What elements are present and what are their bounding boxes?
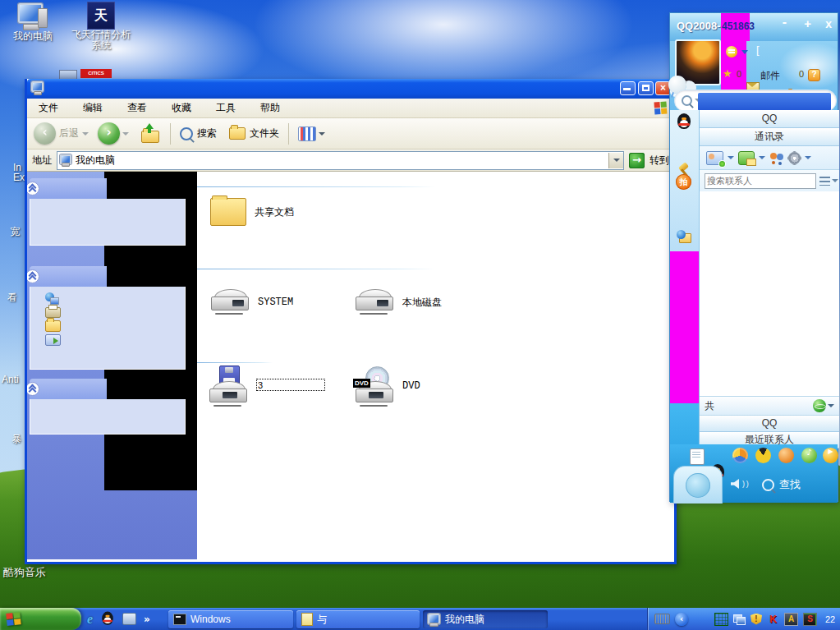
- chevron-down-icon[interactable]: [728, 156, 734, 159]
- monitor-base: [34, 91, 42, 95]
- qq-face-tab[interactable]: [673, 466, 723, 504]
- qq-expand-button[interactable]: +: [804, 16, 811, 30]
- file-item-local-disk[interactable]: 本地磁盘: [355, 288, 442, 316]
- qq-penguin-tab-icon[interactable]: [677, 113, 691, 131]
- help-icon[interactable]: ?: [808, 69, 820, 81]
- address-dropdown-button[interactable]: [608, 153, 623, 168]
- qq-minimize-button[interactable]: -: [783, 15, 787, 30]
- file-item-shared-documents[interactable]: 共享文档: [210, 198, 294, 226]
- feitian-icon: 天: [87, 2, 115, 30]
- monitor-two: [737, 617, 746, 625]
- ie-quicklaunch-icon[interactable]: e: [87, 612, 93, 627]
- find-button[interactable]: 查找: [762, 477, 801, 492]
- pet-icon[interactable]: [778, 448, 794, 463]
- browser-icon[interactable]: [732, 448, 748, 463]
- network-status-button[interactable]: [813, 399, 834, 412]
- network-tray-icon[interactable]: [733, 614, 746, 625]
- printer-icon[interactable]: [45, 307, 61, 318]
- share-group-row[interactable]: 共: [700, 396, 839, 416]
- forward-button[interactable]: ›: [98, 122, 129, 145]
- menu-favorites[interactable]: 收藏: [172, 101, 191, 115]
- dvd-drive-icon: DVD: [355, 367, 394, 405]
- tab-qq[interactable]: QQ: [700, 110, 839, 128]
- kugou-label[interactable]: 酷狗音乐: [3, 567, 46, 577]
- music-icon[interactable]: ♪: [801, 448, 817, 463]
- qq-search-pill[interactable]: [674, 90, 837, 112]
- input-method-tray-icon[interactable]: [714, 613, 728, 626]
- desktop-icon-feitian[interactable]: 天 飞天行情分析 系统: [66, 2, 136, 51]
- keyboard-tray-icon[interactable]: [654, 614, 670, 624]
- network-share-icon[interactable]: [677, 230, 691, 243]
- maximize-button[interactable]: [638, 81, 654, 95]
- panel-header[interactable]: [30, 266, 186, 287]
- address-input[interactable]: 我的电脑: [57, 151, 624, 170]
- security-alert-tray-icon[interactable]: !: [750, 614, 762, 625]
- chevron-down-icon[interactable]: [805, 156, 811, 159]
- minimize-button[interactable]: [620, 81, 636, 95]
- kaspersky-tray-icon[interactable]: K: [767, 614, 779, 625]
- up-button[interactable]: [140, 125, 161, 143]
- tray-collapse-chevron[interactable]: ‹: [675, 613, 688, 626]
- add-contact-icon[interactable]: [706, 151, 723, 165]
- back-button[interactable]: ‹ 后退: [34, 122, 89, 145]
- notes-icon[interactable]: [690, 448, 705, 465]
- file-item-floppy[interactable]: [209, 366, 325, 405]
- gear-icon[interactable]: [788, 152, 801, 164]
- network-places-icon[interactable]: [45, 292, 59, 305]
- go-button[interactable]: →: [629, 153, 645, 168]
- file-list-area[interactable]: 共享文档 SYSTEM 本地磁盘: [197, 172, 674, 559]
- status-busy-icon[interactable]: [726, 46, 737, 57]
- panel-header[interactable]: [30, 379, 186, 399]
- chevron-down-icon[interactable]: [759, 156, 765, 159]
- media-play-icon[interactable]: ▶: [823, 448, 838, 463]
- file-item-system-drive[interactable]: SYSTEM: [210, 288, 293, 316]
- search-button[interactable]: 搜索: [180, 126, 217, 140]
- explorer-titlebar[interactable]: ×: [27, 79, 674, 99]
- start-button[interactable]: [0, 608, 81, 630]
- control-panel-icon[interactable]: [45, 334, 61, 346]
- desktop-icon-my-computer[interactable]: 我的电脑: [7, 3, 59, 42]
- speaker-icon: [731, 479, 739, 489]
- menu-help[interactable]: 帮助: [260, 101, 280, 115]
- drive-slot: [232, 300, 244, 306]
- mail-label[interactable]: 邮件: [760, 69, 780, 83]
- message-icon[interactable]: [738, 151, 755, 165]
- taskbar-task-windows[interactable]: Windows: [168, 610, 293, 628]
- panel-header[interactable]: [30, 178, 186, 199]
- qq-close-button[interactable]: x: [825, 17, 832, 30]
- star-icon[interactable]: ★: [723, 67, 732, 80]
- chevron-down-icon: [613, 159, 620, 162]
- s-app-tray-icon[interactable]: S: [803, 613, 817, 626]
- taskbar-clock[interactable]: 22: [825, 614, 835, 624]
- views-button[interactable]: [298, 126, 325, 141]
- game-icon[interactable]: [755, 448, 771, 463]
- tab-contacts[interactable]: 通讯录: [700, 128, 839, 146]
- list-view-button[interactable]: [819, 177, 838, 186]
- tab-qq-bottom[interactable]: QQ: [700, 416, 839, 432]
- taskbar-task-my-computer[interactable]: 我的电脑: [423, 610, 548, 628]
- file-item-dvd[interactable]: DVD DVD: [355, 367, 420, 405]
- status-dropdown-icon[interactable]: [741, 50, 748, 54]
- folders-button[interactable]: 文件夹: [229, 126, 279, 140]
- graphics-tray-icon[interactable]: A: [784, 613, 798, 626]
- menu-file[interactable]: 文件: [39, 101, 58, 115]
- folder-icon[interactable]: [45, 320, 61, 332]
- contact-search-input[interactable]: [705, 173, 816, 189]
- qq-quicklaunch-icon[interactable]: [101, 612, 113, 627]
- pai-tab-icon[interactable]: 拍: [676, 174, 691, 190]
- quicklaunch-more-chevron[interactable]: »: [144, 614, 150, 625]
- qq-window: QQ2008- 451863 - + x [ ★ 0 邮件 0 ?: [669, 12, 838, 502]
- qq-titlebar[interactable]: QQ2008- 451863 - + x: [670, 13, 838, 41]
- window-computer-icon: [31, 81, 46, 95]
- citics-icon[interactable]: CITICS: [80, 69, 112, 78]
- menu-tools[interactable]: 工具: [216, 101, 236, 115]
- rename-input[interactable]: [256, 379, 325, 391]
- volume-button[interactable]: ) ): [731, 479, 749, 489]
- groups-icon[interactable]: [769, 152, 784, 164]
- go-label[interactable]: 转到: [650, 154, 669, 168]
- show-desktop-icon[interactable]: [122, 613, 136, 625]
- contact-list-area[interactable]: [700, 191, 839, 396]
- menu-edit[interactable]: 编辑: [83, 101, 103, 115]
- menu-view[interactable]: 查看: [127, 101, 147, 115]
- taskbar-task-doc[interactable]: 与: [296, 610, 420, 628]
